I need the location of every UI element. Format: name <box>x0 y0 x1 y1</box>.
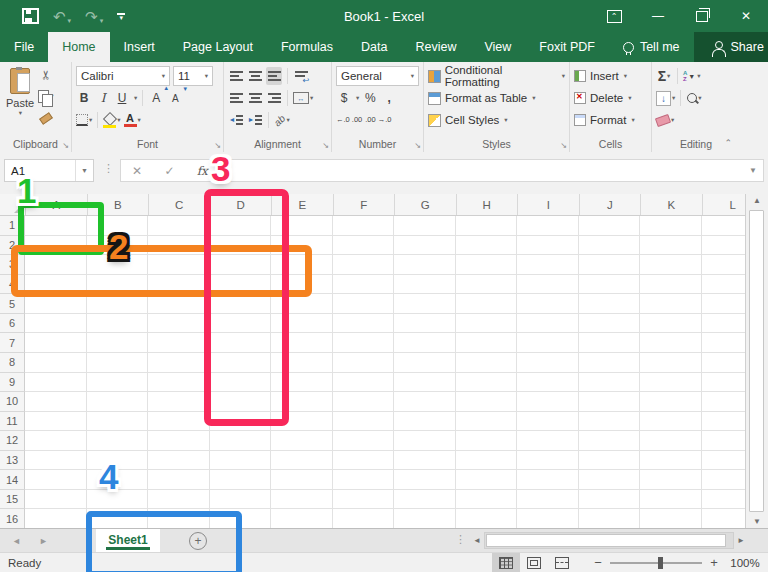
font-color-button[interactable]: A▾ <box>124 111 141 129</box>
column-header-c[interactable]: C <box>149 194 211 215</box>
cell-j7[interactable] <box>579 333 641 353</box>
cell-c6[interactable] <box>148 314 210 334</box>
cell-k15[interactable] <box>640 490 702 510</box>
scroll-left-icon[interactable]: ◄ <box>470 536 484 545</box>
column-header-d[interactable]: D <box>211 194 273 215</box>
previous-sheet-icon[interactable]: ◄ <box>12 536 21 546</box>
zoom-in-button[interactable]: + <box>706 555 722 570</box>
cell-k13[interactable] <box>640 451 702 471</box>
tab-bar-resize-handle[interactable]: ⋮ <box>455 533 466 546</box>
cell-g9[interactable] <box>394 373 456 393</box>
cell-e9[interactable] <box>271 373 333 393</box>
cell-h7[interactable] <box>456 333 518 353</box>
cell-l14[interactable] <box>702 470 746 490</box>
row-header-1[interactable]: 1 <box>0 216 25 236</box>
row-header-8[interactable]: 8 <box>0 353 25 373</box>
cell-e10[interactable] <box>271 392 333 412</box>
cell-a5[interactable] <box>25 294 87 314</box>
cell-k14[interactable] <box>640 470 702 490</box>
cell-f6[interactable] <box>333 314 395 334</box>
cell-f10[interactable] <box>333 392 395 412</box>
align-left-button[interactable] <box>228 89 244 107</box>
cell-j1[interactable] <box>579 216 641 236</box>
cell-b6[interactable] <box>87 314 149 334</box>
cell-b12[interactable] <box>87 431 149 451</box>
cell-c15[interactable] <box>148 490 210 510</box>
cell-b7[interactable] <box>87 333 149 353</box>
cell-d10[interactable] <box>210 392 272 412</box>
cell-i7[interactable] <box>517 333 579 353</box>
bold-button[interactable]: B <box>76 89 92 107</box>
cell-f8[interactable] <box>333 353 395 373</box>
cell-j11[interactable] <box>579 412 641 432</box>
cell-f7[interactable] <box>333 333 395 353</box>
cell-e4[interactable] <box>271 275 333 295</box>
horizontal-scrollbar[interactable]: ◄ ► <box>470 532 748 549</box>
cell-d12[interactable] <box>210 431 272 451</box>
cancel-button[interactable]: ✕ <box>132 164 142 178</box>
cell-k8[interactable] <box>640 353 702 373</box>
cell-k5[interactable] <box>640 294 702 314</box>
format-painter-button[interactable] <box>38 108 54 126</box>
cell-c7[interactable] <box>148 333 210 353</box>
accounting-format-button[interactable]: $ <box>336 89 352 107</box>
cell-h2[interactable] <box>456 236 518 256</box>
row-header-6[interactable]: 6 <box>0 314 25 334</box>
cell-d6[interactable] <box>210 314 272 334</box>
cell-i4[interactable] <box>517 275 579 295</box>
font-size-select[interactable]: 11▾ <box>173 66 213 86</box>
column-header-a[interactable]: A <box>26 194 88 215</box>
bottom-align-button[interactable] <box>266 67 282 85</box>
cell-k7[interactable] <box>640 333 702 353</box>
cell-j5[interactable] <box>579 294 641 314</box>
cell-d16[interactable] <box>210 509 272 528</box>
zoom-level[interactable]: 100% <box>722 557 768 569</box>
cell-j14[interactable] <box>579 470 641 490</box>
cell-i9[interactable] <box>517 373 579 393</box>
cell-e3[interactable] <box>271 255 333 275</box>
cell-d4[interactable] <box>210 275 272 295</box>
row-header-14[interactable]: 14 <box>0 470 25 490</box>
cell-a15[interactable] <box>25 490 87 510</box>
cell-b2[interactable] <box>87 236 149 256</box>
cell-k3[interactable] <box>640 255 702 275</box>
column-header-l[interactable]: L <box>703 194 746 215</box>
share-button[interactable]: Share <box>694 32 768 62</box>
cell-i8[interactable] <box>517 353 579 373</box>
cell-g14[interactable] <box>394 470 456 490</box>
cell-g7[interactable] <box>394 333 456 353</box>
row-header-5[interactable]: 5 <box>0 294 25 314</box>
borders-button[interactable]: ▾ <box>76 111 92 129</box>
page-layout-view-button[interactable] <box>520 553 548 572</box>
cell-b3[interactable] <box>87 255 149 275</box>
cell-h12[interactable] <box>456 431 518 451</box>
cell-a9[interactable] <box>25 373 87 393</box>
cell-h3[interactable] <box>456 255 518 275</box>
cell-d2[interactable] <box>210 236 272 256</box>
cell-g2[interactable] <box>394 236 456 256</box>
normal-view-button[interactable] <box>492 553 520 572</box>
cell-c14[interactable] <box>148 470 210 490</box>
cell-c3[interactable] <box>148 255 210 275</box>
cell-h8[interactable] <box>456 353 518 373</box>
font-name-select[interactable]: Calibri▾ <box>76 66 170 86</box>
cell-e1[interactable] <box>271 216 333 236</box>
underline-button[interactable]: U <box>114 89 130 107</box>
cell-l2[interactable] <box>702 236 746 256</box>
autosum-button[interactable]: Σ▾ <box>656 67 672 85</box>
insert-cells-button[interactable]: Insert▾ <box>574 65 647 87</box>
cell-l4[interactable] <box>702 275 746 295</box>
sort-filter-button[interactable]: AZ ▼▾ <box>683 67 701 85</box>
cell-c12[interactable] <box>148 431 210 451</box>
cell-c8[interactable] <box>148 353 210 373</box>
tab-foxit-pdf[interactable]: Foxit PDF <box>525 32 609 62</box>
cell-h14[interactable] <box>456 470 518 490</box>
cell-a11[interactable] <box>25 412 87 432</box>
name-box[interactable]: A1 ▼ <box>4 159 94 182</box>
cell-g15[interactable] <box>394 490 456 510</box>
cell-j6[interactable] <box>579 314 641 334</box>
cell-j8[interactable] <box>579 353 641 373</box>
cell-l15[interactable] <box>702 490 746 510</box>
cell-d7[interactable] <box>210 333 272 353</box>
expand-formula-bar-icon[interactable]: ▼ <box>749 166 763 175</box>
